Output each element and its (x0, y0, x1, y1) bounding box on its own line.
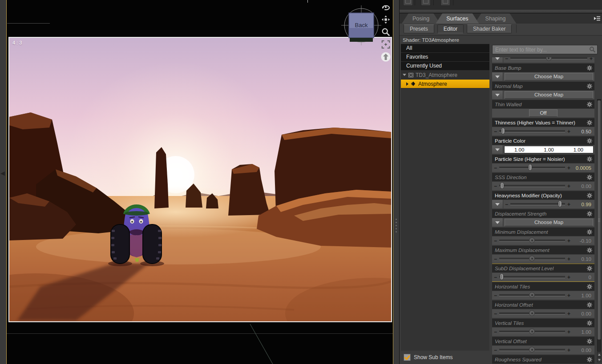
gear-icon[interactable] (587, 211, 592, 216)
zoom-icon[interactable] (380, 27, 391, 37)
tree-root-td3-atmosphere[interactable]: TD3_Atmosphere (401, 71, 489, 80)
map-dropdown-button[interactable] (492, 218, 503, 227)
slider-track[interactable] (499, 294, 565, 296)
tab-surfaces[interactable]: Surfaces (436, 13, 479, 24)
slider-handle[interactable] (529, 256, 535, 261)
pane-splitter[interactable] (393, 0, 399, 364)
toolbar-icon-1[interactable] (403, 0, 413, 6)
gear-icon[interactable] (587, 193, 592, 198)
slider-increment[interactable]: + (567, 128, 571, 135)
gear-icon[interactable] (587, 302, 592, 308)
parameter-value[interactable]: 0.50 (571, 129, 593, 134)
map-dropdown-button[interactable] (492, 72, 503, 81)
list-filter-favorites[interactable]: Favorites (401, 53, 489, 62)
slider-handle[interactable] (558, 200, 562, 207)
slider-track[interactable] (510, 57, 587, 60)
parameter-value[interactable]: 0.99 (571, 202, 593, 207)
parameter-value[interactable]: 0.10 (571, 256, 593, 262)
slider-track[interactable] (499, 349, 565, 351)
subtab-shader-baker[interactable]: Shader Baker (467, 24, 512, 33)
parameter-value[interactable]: 0.0005 (571, 165, 593, 171)
collapse-left-icon[interactable]: ◀ (0, 170, 5, 176)
reset-camera-icon[interactable] (380, 52, 391, 62)
parameter-value[interactable]: -0.10 (571, 238, 593, 244)
slider-handle[interactable] (501, 128, 505, 134)
gear-icon[interactable] (587, 248, 592, 253)
gear-icon[interactable] (587, 357, 592, 362)
slider-decrement[interactable]: − (493, 256, 497, 262)
slider-handle[interactable] (529, 347, 535, 352)
slider-handle[interactable] (529, 310, 535, 316)
gear-icon[interactable] (587, 339, 592, 344)
gear-icon[interactable] (587, 120, 592, 125)
slider-track[interactable] (499, 240, 565, 242)
color-value-field[interactable]: 1.001.001.00 (504, 146, 594, 153)
subtab-editor[interactable]: Editor (437, 24, 464, 33)
slider-decrement[interactable]: − (493, 238, 497, 244)
parameters-scrollbar[interactable] (597, 99, 601, 352)
slider-increment[interactable]: + (567, 311, 571, 317)
gear-icon[interactable] (587, 284, 592, 289)
map-dropdown-button[interactable] (492, 91, 503, 99)
slider-handle[interactable] (529, 292, 535, 298)
list-filter-all[interactable]: All (401, 44, 489, 53)
scroll-up-icon[interactable] (597, 352, 601, 357)
subtab-presets[interactable]: Presets (404, 24, 434, 33)
color-component-value[interactable]: 1.00 (564, 147, 593, 152)
pane-collapse-strip[interactable]: ◀ (0, 0, 7, 364)
gear-icon[interactable] (587, 138, 592, 144)
slider-decrement[interactable]: − (493, 183, 497, 189)
slider-increment[interactable]: + (567, 201, 571, 208)
map-dropdown-button[interactable] (492, 57, 503, 63)
slider-increment[interactable]: + (567, 165, 571, 171)
orbit-icon[interactable] (380, 2, 391, 12)
toolbar-icon-3[interactable] (440, 0, 450, 6)
list-filter-currently-used[interactable]: Currently Used (401, 62, 489, 71)
slider-track[interactable] (499, 331, 565, 333)
slider-track[interactable] (499, 130, 565, 132)
slider-handle[interactable] (500, 182, 504, 189)
choose-map-button[interactable]: Choose Map (505, 73, 593, 80)
slider-decrement[interactable]: − (493, 347, 497, 353)
slider-increment[interactable]: + (567, 274, 571, 280)
slider-decrement[interactable]: − (493, 292, 497, 299)
slider-handle[interactable] (529, 237, 535, 243)
filter-input[interactable] (492, 45, 598, 54)
slider-increment[interactable]: + (567, 329, 571, 335)
choose-map-button[interactable]: Choose Map (505, 219, 593, 226)
panel-options-icon[interactable] (594, 15, 601, 22)
expand-arrow-icon[interactable] (403, 74, 406, 76)
slider-decrement[interactable]: − (493, 311, 497, 317)
pan-icon[interactable] (380, 14, 391, 25)
slider-decrement[interactable]: − (505, 201, 509, 208)
slider-increment[interactable]: + (567, 238, 571, 244)
slider-track[interactable] (510, 203, 565, 205)
parameter-value[interactable]: 0.00 (571, 348, 593, 353)
tree-item-atmosphere-selected[interactable]: Atmosphere (401, 80, 489, 88)
gear-icon[interactable] (587, 229, 592, 235)
gear-icon[interactable] (587, 266, 592, 271)
slider-handle[interactable] (546, 57, 552, 61)
parameter-value[interactable]: 0.00 (571, 184, 593, 189)
gear-icon[interactable] (587, 156, 592, 162)
viewport-3d[interactable]: 4 : 3 Back (7, 0, 393, 364)
scroll-down-icon[interactable] (597, 357, 601, 362)
choose-map-button[interactable]: Choose Map (505, 91, 593, 99)
map-dropdown-button[interactable] (492, 200, 503, 208)
gear-icon[interactable] (587, 175, 592, 180)
map-dropdown-button[interactable] (492, 145, 503, 154)
slider-handle[interactable] (529, 328, 535, 334)
slider-track[interactable] (499, 312, 565, 315)
slider-track[interactable] (499, 185, 565, 187)
color-component-value[interactable]: 1.00 (505, 147, 534, 152)
parameter-value[interactable]: 0 (571, 275, 593, 280)
parameter-value[interactable]: 1.00 (571, 329, 593, 335)
slider-increment[interactable]: + (567, 256, 571, 262)
slider-decrement[interactable]: − (493, 274, 497, 280)
slider-decrement[interactable]: − (493, 165, 497, 171)
slider-increment[interactable]: + (589, 57, 593, 62)
slider-track[interactable] (499, 167, 565, 169)
toggle-button[interactable]: Off (529, 109, 558, 117)
gear-icon[interactable] (587, 320, 592, 326)
slider-increment[interactable]: + (567, 347, 571, 353)
